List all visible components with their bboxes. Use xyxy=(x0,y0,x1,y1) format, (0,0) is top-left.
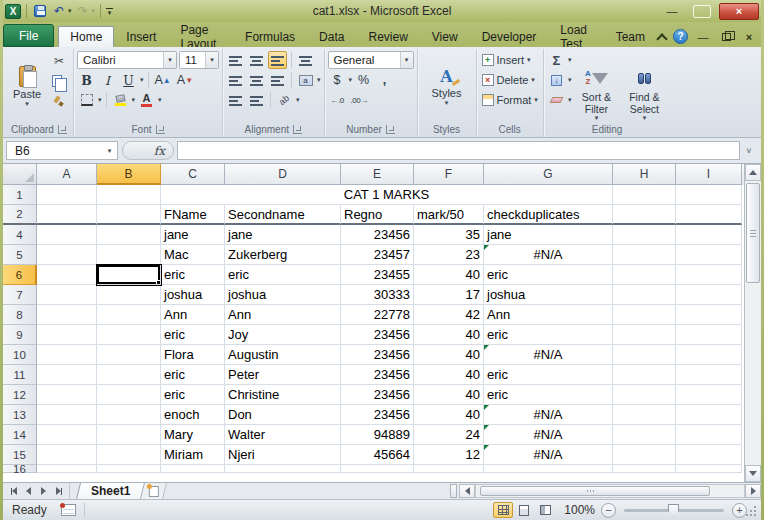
tab-load-test[interactable]: Load Test xyxy=(548,26,603,47)
cell-A8[interactable] xyxy=(37,305,97,325)
cell-C2[interactable]: FName xyxy=(161,205,225,225)
sort-filter-button[interactable]: AZ Sort & Filter ▾ xyxy=(573,50,619,122)
cell-D14[interactable]: Walter xyxy=(225,425,341,445)
middle-align-button[interactable] xyxy=(247,51,266,69)
alignment-dialog-launcher-icon[interactable] xyxy=(293,125,302,134)
cell-A12[interactable] xyxy=(37,385,97,405)
row-header-10[interactable]: 10 xyxy=(3,345,37,365)
cell-E16[interactable] xyxy=(341,465,414,473)
fill-color-button[interactable] xyxy=(111,91,130,109)
scroll-left-button[interactable] xyxy=(459,484,475,498)
cell-H5[interactable] xyxy=(613,245,676,265)
cell-F4[interactable]: 35 xyxy=(414,225,484,245)
cell-I9[interactable] xyxy=(676,325,742,345)
number-format-dropdown[interactable]: ▾ xyxy=(400,52,413,68)
orientation-button[interactable]: ab xyxy=(275,91,294,109)
cell-D12[interactable]: Christine xyxy=(225,385,341,405)
column-header-B[interactable]: B xyxy=(97,164,161,185)
cell-D8[interactable]: Ann xyxy=(225,305,341,325)
cell-H13[interactable] xyxy=(613,405,676,425)
cell-C14[interactable]: Mary xyxy=(161,425,225,445)
tab-review[interactable]: Review xyxy=(356,26,419,47)
formula-input[interactable] xyxy=(177,141,740,160)
cell-B8[interactable] xyxy=(97,305,161,325)
cell-A13[interactable] xyxy=(37,405,97,425)
align-left-button[interactable] xyxy=(226,71,245,89)
number-dialog-launcher-icon[interactable] xyxy=(386,125,395,134)
cell-H16[interactable] xyxy=(613,465,676,473)
clear-button[interactable] xyxy=(547,91,566,109)
row-header-1[interactable]: 1 xyxy=(3,185,37,205)
tab-home[interactable]: Home xyxy=(58,26,114,47)
cell-C4[interactable]: jane xyxy=(161,225,225,245)
cell-B10[interactable] xyxy=(97,345,161,365)
cell-C9[interactable]: eric xyxy=(161,325,225,345)
cell-E4[interactable]: 23456 xyxy=(341,225,414,245)
cell-F11[interactable]: 40 xyxy=(414,365,484,385)
tab-page-layout[interactable]: Page Layout xyxy=(168,26,233,47)
merge-center-dropdown[interactable]: ▾ xyxy=(317,77,321,83)
vertical-scrollbar[interactable] xyxy=(744,164,761,482)
zoom-out-button[interactable]: − xyxy=(601,503,616,518)
cell-B9[interactable] xyxy=(97,325,161,345)
cell-F6[interactable]: 40 xyxy=(414,265,484,285)
column-header-H[interactable]: H xyxy=(613,164,676,185)
row-header-4[interactable]: 4 xyxy=(3,225,37,245)
tab-developer[interactable]: Developer xyxy=(470,26,549,47)
font-size-dropdown[interactable]: ▾ xyxy=(205,52,218,68)
cell-F14[interactable]: 24 xyxy=(414,425,484,445)
cell-E6[interactable]: 23455 xyxy=(341,265,414,285)
borders-dropdown[interactable]: ▾ xyxy=(98,97,102,103)
cell-H15[interactable] xyxy=(613,445,676,465)
styles-dropdown[interactable]: ▾ xyxy=(445,100,449,106)
row-header-6[interactable]: 6 xyxy=(3,265,37,285)
clear-dropdown[interactable]: ▾ xyxy=(568,97,572,103)
column-header-G[interactable]: G xyxy=(484,164,613,185)
column-header-I[interactable]: I xyxy=(676,164,742,185)
horizontal-scroll-track[interactable] xyxy=(475,484,745,498)
orientation-dropdown[interactable]: ▾ xyxy=(296,97,300,103)
accounting-format-dropdown[interactable]: ▾ xyxy=(349,77,353,83)
cell-C15[interactable]: Miriam xyxy=(161,445,225,465)
cell-D13[interactable]: Don xyxy=(225,405,341,425)
styles-button[interactable]: A Styles ▾ xyxy=(421,50,473,122)
cell-C5[interactable]: Mac xyxy=(161,245,225,265)
merged-cell-C1-G1[interactable]: CAT 1 MARKS xyxy=(161,185,613,205)
cell-H7[interactable] xyxy=(613,285,676,305)
cell-A9[interactable] xyxy=(37,325,97,345)
wrap-text-button[interactable] xyxy=(296,51,315,69)
macro-record-icon[interactable] xyxy=(61,504,76,516)
cell-A5[interactable] xyxy=(37,245,97,265)
column-header-C[interactable]: C xyxy=(161,164,225,185)
cell-F7[interactable]: 17 xyxy=(414,285,484,305)
decrease-decimal-button[interactable]: .00→ xyxy=(349,91,370,109)
percent-style-button[interactable]: % xyxy=(354,71,373,89)
prev-sheet-button[interactable] xyxy=(22,485,35,498)
autosum-dropdown[interactable]: ▾ xyxy=(568,57,572,63)
cell-I7[interactable] xyxy=(676,285,742,305)
cell-E10[interactable]: 23456 xyxy=(341,345,414,365)
minimize-button[interactable]: — xyxy=(659,3,685,19)
copy-button[interactable]: ▾ xyxy=(48,72,70,90)
italic-button[interactable]: I xyxy=(98,71,117,89)
page-layout-view-button[interactable] xyxy=(514,502,534,518)
number-format-combobox[interactable]: General▾ xyxy=(328,51,414,69)
cell-D4[interactable]: jane xyxy=(225,225,341,245)
cell-H12[interactable] xyxy=(613,385,676,405)
font-size-combobox[interactable]: 11▾ xyxy=(179,51,219,69)
cell-I1[interactable] xyxy=(676,185,742,205)
zoom-slider[interactable] xyxy=(624,509,724,512)
workbook-close-icon[interactable]: × xyxy=(741,30,757,44)
autosum-button[interactable]: Σ xyxy=(547,51,566,69)
scroll-up-button[interactable] xyxy=(745,164,761,181)
tab-team[interactable]: Team xyxy=(604,26,657,47)
cell-I15[interactable] xyxy=(676,445,742,465)
font-name-dropdown[interactable]: ▾ xyxy=(163,52,176,68)
row-header-5[interactable]: 5 xyxy=(3,245,37,265)
maximize-button[interactable] xyxy=(693,5,711,18)
cell-I14[interactable] xyxy=(676,425,742,445)
cell-H9[interactable] xyxy=(613,325,676,345)
cell-E2[interactable]: Regno xyxy=(341,205,414,225)
align-right-button[interactable] xyxy=(268,71,287,89)
font-name-combobox[interactable]: Calibri▾ xyxy=(77,51,177,69)
